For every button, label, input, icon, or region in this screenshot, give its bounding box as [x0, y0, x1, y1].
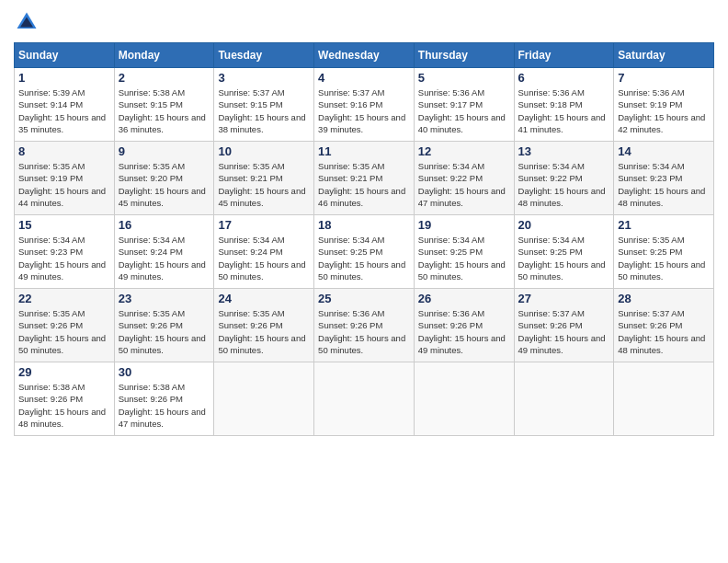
week-row-1: 8 Sunrise: 5:35 AM Sunset: 9:19 PM Dayli…: [15, 142, 714, 215]
day-info: Sunrise: 5:36 AM Sunset: 9:17 PM Dayligh…: [418, 86, 510, 135]
day-info: Sunrise: 5:39 AM Sunset: 9:14 PM Dayligh…: [18, 86, 110, 135]
day-number: 1: [18, 71, 110, 85]
weekday-header-monday: Monday: [114, 43, 214, 68]
day-number: 21: [618, 218, 710, 232]
day-cell: 9 Sunrise: 5:35 AM Sunset: 9:20 PM Dayli…: [114, 142, 214, 215]
weekday-header-thursday: Thursday: [414, 43, 514, 68]
day-info: Sunrise: 5:37 AM Sunset: 9:16 PM Dayligh…: [318, 86, 410, 135]
day-number: 29: [18, 365, 110, 379]
day-number: 13: [518, 144, 610, 158]
day-number: 4: [318, 71, 410, 85]
day-info: Sunrise: 5:36 AM Sunset: 9:26 PM Dayligh…: [318, 307, 410, 356]
day-number: 25: [318, 292, 410, 305]
day-number: 7: [618, 71, 710, 85]
day-number: 27: [518, 292, 610, 305]
day-info: Sunrise: 5:34 AM Sunset: 9:24 PM Dayligh…: [218, 234, 310, 282]
day-number: 11: [318, 144, 410, 158]
day-cell: 25 Sunrise: 5:36 AM Sunset: 9:26 PM Dayl…: [314, 289, 415, 362]
weekday-header-tuesday: Tuesday: [214, 43, 314, 68]
day-cell: [314, 362, 415, 436]
day-info: Sunrise: 5:38 AM Sunset: 9:15 PM Dayligh…: [119, 86, 210, 135]
day-info: Sunrise: 5:36 AM Sunset: 9:19 PM Dayligh…: [618, 86, 710, 135]
day-number: 6: [518, 71, 610, 85]
day-cell: 30 Sunrise: 5:38 AM Sunset: 9:26 PM Dayl…: [114, 362, 214, 436]
day-info: Sunrise: 5:37 AM Sunset: 9:15 PM Dayligh…: [218, 86, 310, 135]
weekday-header-sunday: Sunday: [15, 43, 115, 68]
day-number: 16: [119, 218, 210, 232]
day-number: 19: [418, 218, 510, 232]
day-number: 20: [518, 218, 610, 232]
day-cell: 18 Sunrise: 5:34 AM Sunset: 9:25 PM Dayl…: [314, 215, 415, 289]
day-info: Sunrise: 5:34 AM Sunset: 9:25 PM Dayligh…: [518, 234, 610, 282]
day-cell: 16 Sunrise: 5:34 AM Sunset: 9:24 PM Dayl…: [114, 215, 214, 289]
day-cell: [414, 362, 514, 436]
calendar-container: SundayMondayTuesdayWednesdayThursdayFrid…: [0, 0, 728, 445]
day-number: 10: [218, 144, 310, 158]
day-info: Sunrise: 5:34 AM Sunset: 9:22 PM Dayligh…: [418, 160, 510, 209]
day-cell: 11 Sunrise: 5:35 AM Sunset: 9:21 PM Dayl…: [314, 142, 415, 215]
day-info: Sunrise: 5:35 AM Sunset: 9:19 PM Dayligh…: [18, 160, 110, 209]
calendar-table: SundayMondayTuesdayWednesdayThursdayFrid…: [14, 42, 714, 436]
day-cell: [614, 362, 714, 436]
day-info: Sunrise: 5:34 AM Sunset: 9:23 PM Dayligh…: [618, 160, 710, 209]
day-cell: 29 Sunrise: 5:38 AM Sunset: 9:26 PM Dayl…: [15, 362, 115, 436]
day-info: Sunrise: 5:35 AM Sunset: 9:25 PM Dayligh…: [618, 234, 710, 282]
day-number: 5: [418, 71, 510, 85]
day-info: Sunrise: 5:38 AM Sunset: 9:26 PM Dayligh…: [18, 381, 110, 430]
day-cell: 2 Sunrise: 5:38 AM Sunset: 9:15 PM Dayli…: [114, 68, 214, 142]
day-cell: 23 Sunrise: 5:35 AM Sunset: 9:26 PM Dayl…: [114, 289, 214, 362]
day-info: Sunrise: 5:34 AM Sunset: 9:22 PM Dayligh…: [518, 160, 610, 209]
week-row-3: 22 Sunrise: 5:35 AM Sunset: 9:26 PM Dayl…: [15, 289, 714, 362]
day-info: Sunrise: 5:34 AM Sunset: 9:23 PM Dayligh…: [18, 234, 110, 282]
logo: [14, 9, 43, 35]
day-info: Sunrise: 5:35 AM Sunset: 9:26 PM Dayligh…: [18, 307, 110, 356]
day-info: Sunrise: 5:36 AM Sunset: 9:26 PM Dayligh…: [418, 307, 510, 356]
day-cell: 15 Sunrise: 5:34 AM Sunset: 9:23 PM Dayl…: [15, 215, 115, 289]
week-row-4: 29 Sunrise: 5:38 AM Sunset: 9:26 PM Dayl…: [15, 362, 714, 436]
day-number: 22: [18, 292, 110, 305]
day-cell: 10 Sunrise: 5:35 AM Sunset: 9:21 PM Dayl…: [214, 142, 314, 215]
logo-icon: [14, 9, 40, 35]
day-number: 15: [18, 218, 110, 232]
day-cell: 26 Sunrise: 5:36 AM Sunset: 9:26 PM Dayl…: [414, 289, 514, 362]
day-info: Sunrise: 5:35 AM Sunset: 9:20 PM Dayligh…: [119, 160, 210, 209]
day-cell: 20 Sunrise: 5:34 AM Sunset: 9:25 PM Dayl…: [514, 215, 614, 289]
day-cell: [514, 362, 614, 436]
day-cell: 14 Sunrise: 5:34 AM Sunset: 9:23 PM Dayl…: [614, 142, 714, 215]
weekday-header-friday: Friday: [514, 43, 614, 68]
weekday-header-wednesday: Wednesday: [314, 43, 415, 68]
day-number: 28: [618, 292, 710, 305]
day-cell: 4 Sunrise: 5:37 AM Sunset: 9:16 PM Dayli…: [314, 68, 415, 142]
day-info: Sunrise: 5:35 AM Sunset: 9:21 PM Dayligh…: [218, 160, 310, 209]
day-number: 14: [618, 144, 710, 158]
day-cell: 6 Sunrise: 5:36 AM Sunset: 9:18 PM Dayli…: [514, 68, 614, 142]
day-info: Sunrise: 5:34 AM Sunset: 9:25 PM Dayligh…: [318, 234, 410, 282]
day-cell: 28 Sunrise: 5:37 AM Sunset: 9:26 PM Dayl…: [614, 289, 714, 362]
day-number: 17: [218, 218, 310, 232]
day-info: Sunrise: 5:35 AM Sunset: 9:26 PM Dayligh…: [119, 307, 210, 356]
day-cell: 7 Sunrise: 5:36 AM Sunset: 9:19 PM Dayli…: [614, 68, 714, 142]
day-cell: 1 Sunrise: 5:39 AM Sunset: 9:14 PM Dayli…: [15, 68, 115, 142]
day-cell: 19 Sunrise: 5:34 AM Sunset: 9:25 PM Dayl…: [414, 215, 514, 289]
day-cell: 13 Sunrise: 5:34 AM Sunset: 9:22 PM Dayl…: [514, 142, 614, 215]
week-row-0: 1 Sunrise: 5:39 AM Sunset: 9:14 PM Dayli…: [15, 68, 714, 142]
day-number: 2: [119, 71, 210, 85]
day-cell: 27 Sunrise: 5:37 AM Sunset: 9:26 PM Dayl…: [514, 289, 614, 362]
day-number: 24: [218, 292, 310, 305]
day-cell: 24 Sunrise: 5:35 AM Sunset: 9:26 PM Dayl…: [214, 289, 314, 362]
day-number: 8: [18, 144, 110, 158]
day-number: 12: [418, 144, 510, 158]
header: [14, 9, 714, 35]
day-number: 26: [418, 292, 510, 305]
day-info: Sunrise: 5:35 AM Sunset: 9:26 PM Dayligh…: [218, 307, 310, 356]
day-cell: 3 Sunrise: 5:37 AM Sunset: 9:15 PM Dayli…: [214, 68, 314, 142]
day-number: 18: [318, 218, 410, 232]
day-cell: 8 Sunrise: 5:35 AM Sunset: 9:19 PM Dayli…: [15, 142, 115, 215]
day-number: 23: [119, 292, 210, 305]
weekday-header-saturday: Saturday: [614, 43, 714, 68]
day-info: Sunrise: 5:37 AM Sunset: 9:26 PM Dayligh…: [618, 307, 710, 356]
day-cell: 22 Sunrise: 5:35 AM Sunset: 9:26 PM Dayl…: [15, 289, 115, 362]
weekday-header-row: SundayMondayTuesdayWednesdayThursdayFrid…: [15, 43, 714, 68]
day-cell: [214, 362, 314, 436]
day-cell: 12 Sunrise: 5:34 AM Sunset: 9:22 PM Dayl…: [414, 142, 514, 215]
